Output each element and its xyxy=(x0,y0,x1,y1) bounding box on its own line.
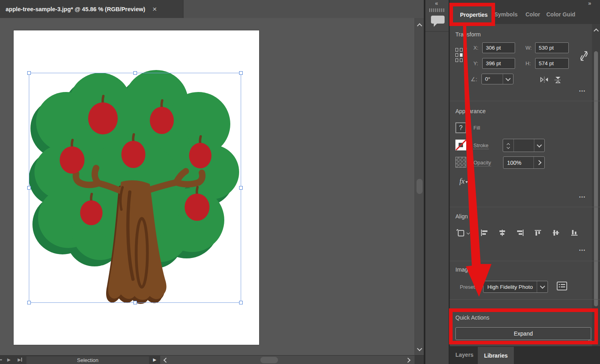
panel-dock-column: « xyxy=(425,0,450,364)
stepper-down-icon[interactable] xyxy=(507,145,510,148)
flip-horizontal-icon[interactable] xyxy=(540,76,549,83)
artboard-nav-fragment-icon[interactable] xyxy=(0,359,2,360)
document-tab[interactable]: apple-tree-sample-3.jpg* @ 45.86 % (RGB/… xyxy=(0,0,183,18)
stroke-swatch[interactable] xyxy=(455,140,466,150)
horizontal-scroll-thumb[interactable] xyxy=(260,357,278,363)
fill-label: Fill xyxy=(473,125,480,131)
align-top-button[interactable] xyxy=(535,230,542,236)
align-to-artboard-icon xyxy=(456,229,466,238)
canvas-vertical-scrollbar[interactable] xyxy=(415,18,424,355)
align-section-title: Align xyxy=(455,213,468,220)
align-more-options-icon[interactable]: ••• xyxy=(579,248,586,252)
y-input[interactable]: 396 pt xyxy=(482,58,515,69)
y-label: Y: xyxy=(473,60,478,66)
transform-section-title: Transform xyxy=(455,31,481,38)
close-icon[interactable]: × xyxy=(153,5,157,13)
stroke-weight-combobox[interactable] xyxy=(503,139,545,152)
selection-handle[interactable] xyxy=(239,186,243,190)
panel-scrollbar[interactable] xyxy=(592,24,600,346)
image-trace-section-title: Image Trace xyxy=(455,266,487,273)
stroke-weight-dropdown-icon[interactable] xyxy=(534,139,544,152)
section-divider xyxy=(450,299,600,300)
align-horizontal-center-button[interactable] xyxy=(499,230,506,236)
unknown-fill-icon: ? xyxy=(459,124,463,132)
scroll-left-icon[interactable] xyxy=(163,358,169,363)
last-artboard-icon[interactable]: ▶ xyxy=(18,357,22,362)
selection-handle[interactable] xyxy=(133,301,137,304)
image-trace-panel-icon[interactable] xyxy=(557,282,567,290)
stroke-weight-value[interactable] xyxy=(514,139,534,152)
stroke-label[interactable]: Stroke xyxy=(473,142,489,149)
selection-handle[interactable] xyxy=(133,71,137,75)
selection-handle[interactable] xyxy=(239,301,243,304)
comments-panel-icon[interactable] xyxy=(431,15,445,27)
rotation-dropdown-icon[interactable] xyxy=(503,74,513,84)
opacity-options-icon[interactable] xyxy=(534,157,544,168)
expand-panels-icon[interactable]: » xyxy=(588,0,591,6)
panel-scroll-thumb[interactable] xyxy=(594,51,598,306)
preset-dropdown-icon[interactable] xyxy=(537,281,548,292)
opacity-combobox[interactable]: 100% xyxy=(503,156,545,169)
opacity-value: 100% xyxy=(507,160,521,166)
align-vertical-center-button[interactable] xyxy=(553,230,560,236)
scroll-right-icon[interactable] xyxy=(405,358,411,363)
align-to-dropdown[interactable] xyxy=(456,229,469,238)
dock-divider xyxy=(425,31,449,32)
flip-vertical-icon[interactable] xyxy=(554,76,562,84)
status-play-icon[interactable]: ▶ xyxy=(153,357,156,362)
h-input[interactable]: 574 pt xyxy=(535,58,569,69)
reference-point-selector[interactable] xyxy=(455,48,467,62)
scroll-down-icon[interactable] xyxy=(417,346,422,351)
section-divider xyxy=(450,207,600,207)
h-label: H: xyxy=(526,60,531,66)
tab-color-guide[interactable]: Color Guid xyxy=(546,11,575,18)
appearance-section-title: Appearance xyxy=(455,108,486,114)
x-input[interactable]: 306 pt xyxy=(482,42,515,53)
none-stroke-icon xyxy=(455,140,466,150)
opacity-label[interactable]: Opacity xyxy=(473,160,491,166)
selection-handle[interactable] xyxy=(239,71,243,75)
opacity-swatch[interactable] xyxy=(455,157,466,168)
w-label: W: xyxy=(526,45,532,51)
selection-handle[interactable] xyxy=(27,186,31,190)
fill-swatch[interactable]: ? xyxy=(455,122,466,133)
stroke-weight-stepper[interactable] xyxy=(503,139,514,152)
preset-value: High Fidelity Photo xyxy=(487,284,533,290)
align-left-button[interactable] xyxy=(481,230,488,236)
selection-handle[interactable] xyxy=(27,301,31,304)
effects-fx-icon[interactable]: fx xyxy=(459,177,468,186)
section-divider xyxy=(450,101,600,101)
collapse-panels-icon[interactable]: « xyxy=(435,0,438,6)
rotation-combobox[interactable]: 0° xyxy=(481,74,513,84)
illustrator-window: apple-tree-sample-3.jpg* @ 45.86 % (RGB/… xyxy=(0,0,600,364)
bottom-panel-tabbar: Layers Libraries xyxy=(450,346,600,364)
preset-dropdown[interactable]: High Fidelity Photo xyxy=(483,281,548,293)
panel-scroll-up-icon[interactable] xyxy=(594,28,599,34)
vertical-scroll-thumb[interactable] xyxy=(417,179,423,194)
w-input[interactable]: 530 pt xyxy=(535,42,569,53)
selection-bounding-box[interactable] xyxy=(29,73,241,303)
align-right-button[interactable] xyxy=(517,230,524,236)
document-tab-title: apple-tree-sample-3.jpg* @ 45.86 % (RGB/… xyxy=(6,6,145,12)
selection-handle[interactable] xyxy=(27,71,31,75)
status-tool-field[interactable]: Selection xyxy=(26,356,149,364)
canvas-horizontal-scrollbar[interactable] xyxy=(160,356,415,364)
tab-color[interactable]: Color xyxy=(526,11,540,18)
align-bottom-button[interactable] xyxy=(571,230,578,236)
tab-layers[interactable]: Layers xyxy=(455,352,473,358)
appearance-more-options-icon[interactable]: ••• xyxy=(579,195,586,199)
section-divider xyxy=(450,261,600,261)
tab-libraries[interactable]: Libraries xyxy=(478,347,514,364)
tab-symbols[interactable]: Symbols xyxy=(494,11,517,18)
status-tool-name: Selection xyxy=(77,357,98,363)
panel-grip-icon[interactable] xyxy=(429,8,445,12)
scroll-up-icon[interactable] xyxy=(417,23,422,28)
broken-link-icon[interactable] xyxy=(580,50,588,62)
rotation-value: 0° xyxy=(485,76,490,82)
x-label: X: xyxy=(473,45,478,51)
annotation-box-properties-tab xyxy=(449,3,495,26)
transform-more-options-icon[interactable]: ••• xyxy=(579,89,586,93)
align-to-chevron-icon xyxy=(467,231,470,234)
next-artboard-icon[interactable]: ▶ xyxy=(7,357,10,362)
annotation-box-quick-actions xyxy=(449,308,598,344)
